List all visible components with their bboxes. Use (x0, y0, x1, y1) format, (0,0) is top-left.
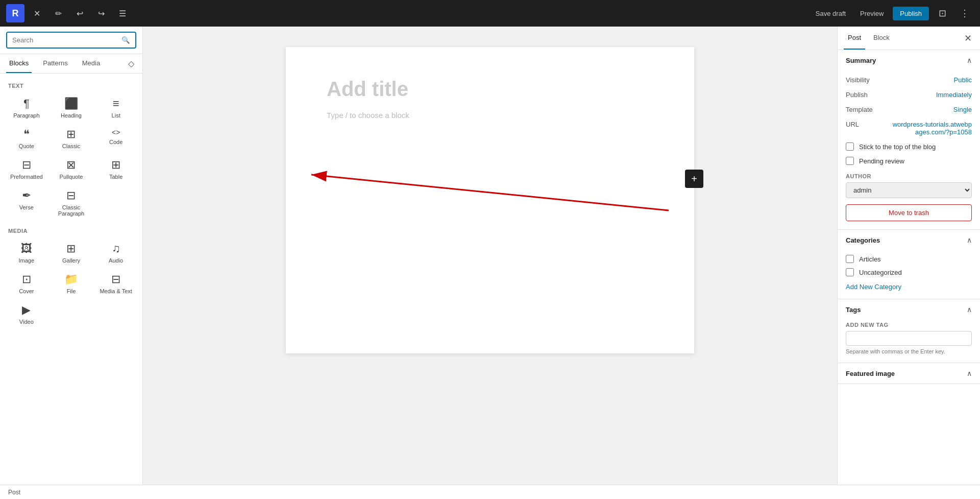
block-heading[interactable]: ⬛ Heading (49, 93, 94, 124)
category-uncategorized-checkbox[interactable] (846, 268, 854, 276)
main-layout: 🔍 Blocks Patterns Media ◇ TEXT ¶ Paragra… (0, 27, 980, 485)
tab-blocks[interactable]: Blocks (6, 54, 32, 73)
pending-review-checkbox[interactable] (846, 157, 854, 165)
visibility-label: Visibility (846, 76, 870, 84)
undo-button[interactable]: ↩ (70, 4, 89, 22)
classic-paragraph-label: Classic Paragraph (51, 204, 92, 217)
block-file[interactable]: 📁 File (49, 269, 94, 299)
tab-patterns[interactable]: Patterns (40, 54, 70, 73)
video-label: Video (19, 319, 34, 325)
wp-logo[interactable]: R (6, 4, 24, 22)
pullquote-icon: ⊠ (66, 159, 76, 171)
tab-block[interactable]: Block (869, 27, 894, 50)
editor-area: Add title Type / to choose a block + (143, 27, 837, 485)
tag-hint: Separate with commas or the Enter key. (846, 348, 972, 354)
table-icon: ⊞ (111, 159, 120, 171)
verse-label: Verse (19, 204, 34, 210)
classic-label: Classic (62, 143, 80, 149)
summary-section-header[interactable]: Summary ∧ (838, 50, 980, 70)
add-new-tag-label: ADD NEW TAG (846, 322, 972, 328)
url-label: URL (846, 121, 859, 128)
list-label: List (112, 112, 120, 118)
add-block-button[interactable]: + (685, 170, 703, 188)
tab-media[interactable]: Media (79, 54, 103, 73)
block-table[interactable]: ⊞ Table (93, 154, 138, 185)
publish-value[interactable]: Immediately (936, 91, 972, 99)
template-value[interactable]: Single (953, 106, 972, 113)
pending-review-label: Pending review (859, 157, 904, 165)
search-icon-button[interactable]: 🔍 (116, 33, 135, 47)
visibility-value[interactable]: Public (954, 76, 972, 84)
image-icon: 🖼 (21, 243, 32, 254)
title-placeholder: Add title (327, 78, 653, 101)
preformatted-label: Preformatted (10, 174, 43, 180)
block-classic[interactable]: ⊞ Classic (49, 124, 94, 154)
status-label: Post (8, 489, 20, 496)
block-gallery[interactable]: ⊞ Gallery (49, 238, 94, 269)
author-select[interactable]: admin (846, 182, 972, 198)
tags-section-header[interactable]: Tags ∧ (838, 299, 980, 320)
redo-button[interactable]: ↪ (92, 4, 110, 22)
tools-button[interactable]: ✏ (49, 4, 67, 22)
author-section: AUTHOR admin (846, 173, 972, 198)
tab-post[interactable]: Post (844, 27, 865, 50)
stick-to-top-checkbox[interactable] (846, 142, 854, 151)
panel-tabs: Post Block ✕ (838, 27, 980, 50)
block-audio[interactable]: ♫ Audio (93, 238, 138, 269)
top-bar-right: Save draft Preview Publish ⊡ ⋮ (811, 4, 974, 22)
block-quote[interactable]: ❝ Quote (4, 124, 49, 154)
category-articles-checkbox[interactable] (846, 255, 854, 263)
add-new-category-link[interactable]: Add New Category (846, 283, 901, 291)
tag-input[interactable] (846, 331, 972, 346)
panel-close-button[interactable]: ✕ (962, 31, 974, 46)
summary-collapse-icon: ∧ (967, 56, 972, 64)
featured-image-section-header[interactable]: Featured image ∧ (838, 363, 980, 384)
section-label-media: MEDIA (0, 224, 142, 236)
category-articles: Articles (846, 252, 972, 266)
save-draft-button[interactable]: Save draft (811, 7, 851, 20)
block-video[interactable]: ▶ Video (4, 299, 49, 330)
sidebar-left: 🔍 Blocks Patterns Media ◇ TEXT ¶ Paragra… (0, 27, 143, 485)
video-icon: ▶ (22, 304, 31, 316)
heading-label: Heading (61, 112, 82, 118)
category-uncategorized-label: Uncategorized (859, 269, 902, 276)
block-cover[interactable]: ⊡ Cover (4, 269, 49, 299)
block-image[interactable]: 🖼 Image (4, 238, 49, 269)
block-preformatted[interactable]: ⊟ Preformatted (4, 154, 49, 185)
block-classic-paragraph[interactable]: ⊟ Classic Paragraph (49, 185, 94, 222)
move-trash-button[interactable]: Move to trash (846, 204, 972, 221)
sidebar-right: Post Block ✕ Summary ∧ Visibility Public… (837, 27, 980, 485)
block-code[interactable]: <> Code (93, 124, 138, 154)
gallery-label: Gallery (62, 257, 80, 264)
preview-button[interactable]: Preview (855, 7, 889, 20)
categories-section-header[interactable]: Categories ∧ (838, 230, 980, 250)
close-button[interactable]: ✕ (28, 4, 46, 22)
more-options-button[interactable]: ⋮ (955, 4, 974, 22)
block-media-text[interactable]: ⊟ Media & Text (93, 269, 138, 299)
top-bar-left: R ✕ ✏ ↩ ↪ ☰ (6, 4, 132, 22)
tags-body: ADD NEW TAG Separate with commas or the … (838, 320, 980, 363)
block-verse[interactable]: ✒ Verse (4, 185, 49, 222)
stick-to-top-row: Stick to the top of the blog (846, 139, 972, 154)
block-pullquote[interactable]: ⊠ Pullquote (49, 154, 94, 185)
block-list[interactable]: ≡ List (93, 93, 138, 124)
search-input[interactable] (7, 33, 116, 47)
template-row: Template Single (846, 102, 972, 117)
cover-label: Cover (19, 288, 34, 294)
pullquote-label: Pullquote (60, 174, 83, 180)
publish-button[interactable]: Publish (893, 7, 929, 20)
block-paragraph[interactable]: ¶ Paragraph (4, 93, 49, 124)
url-value[interactable]: wordpress-tutorials.atwebpages.com/?p=10… (890, 121, 972, 136)
publish-row: Publish Immediately (846, 87, 972, 102)
summary-section: Summary ∧ Visibility Public Publish Imme… (838, 50, 980, 230)
file-icon: 📁 (64, 274, 78, 285)
block-extras-icon[interactable]: ◇ (126, 57, 136, 70)
heading-icon: ⬛ (64, 98, 78, 109)
verse-icon: ✒ (22, 190, 31, 201)
pending-review-row: Pending review (846, 154, 972, 168)
view-button[interactable]: ⊡ (933, 4, 951, 22)
cover-icon: ⊡ (22, 274, 31, 285)
summary-title: Summary (846, 57, 876, 64)
media-text-icon: ⊟ (111, 274, 120, 285)
list-view-button[interactable]: ☰ (113, 4, 132, 22)
